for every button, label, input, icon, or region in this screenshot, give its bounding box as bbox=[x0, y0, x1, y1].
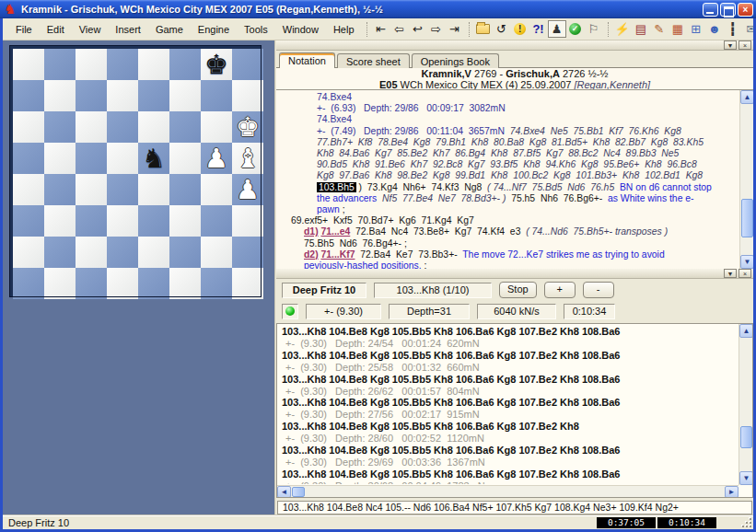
menu-window[interactable]: Window bbox=[275, 22, 326, 37]
plug-icon[interactable]: ⚡ bbox=[613, 20, 632, 38]
white-pawn-g5[interactable]: ♟ bbox=[201, 143, 232, 174]
board-square[interactable] bbox=[201, 111, 232, 143]
board-square[interactable] bbox=[201, 80, 232, 111]
black-king-g8[interactable]: ♚ bbox=[201, 49, 232, 80]
white-bishop-h5[interactable]: ♝ bbox=[232, 143, 263, 174]
goto-start-icon[interactable]: ⇤ bbox=[372, 20, 390, 38]
scroll-thumb[interactable] bbox=[292, 487, 305, 497]
notation-line[interactable]: 74.Bxe4 bbox=[276, 114, 739, 125]
takeback-icon[interactable]: ↩ bbox=[409, 20, 427, 38]
menu-file[interactable]: File bbox=[8, 22, 40, 37]
board-square[interactable] bbox=[44, 268, 76, 299]
board-square[interactable] bbox=[13, 268, 44, 299]
stop-button[interactable]: Stop bbox=[499, 282, 537, 298]
decrease-lines-button[interactable]: - bbox=[583, 282, 614, 298]
notation-line[interactable]: the advancers Nf5 77.Be4 Ne7 78.Bd3+- ) … bbox=[276, 193, 739, 204]
chat-icon[interactable]: ✉ bbox=[742, 20, 753, 38]
database-board-icon[interactable]: ▦ bbox=[669, 20, 687, 38]
board-square[interactable] bbox=[107, 237, 138, 268]
board-square[interactable] bbox=[13, 174, 44, 205]
board-square[interactable] bbox=[44, 111, 76, 143]
notation-line[interactable]: d2) 71...Kf7 72.Ba4 Ke7 73.Bb3+- The mov… bbox=[276, 249, 739, 260]
notation-line[interactable]: 77.Bh7+ Kf8 78.Be4 Kg8 79.Bh1 Kh8 80.Ba8… bbox=[276, 137, 739, 148]
goto-end-icon[interactable]: ⇥ bbox=[446, 20, 464, 38]
board-square[interactable] bbox=[138, 268, 169, 299]
board-square[interactable] bbox=[13, 205, 44, 237]
engine-line-moves[interactable]: 103...Kh8 104.Be8 Kg8 105.Bb5 Kh8 106.Ba… bbox=[282, 350, 737, 362]
engine-line-moves[interactable]: 103...Kh8 104.Be8 Kg8 105.Bb5 Kh8 106.Ba… bbox=[282, 397, 737, 409]
tab-openings-book[interactable]: Openings Book bbox=[412, 53, 499, 69]
menu-view[interactable]: View bbox=[72, 22, 109, 37]
notation-line[interactable]: Kh8 84.Ba6 Kg7 85.Be2 Kh7 86.Bg4 Kh8 87.… bbox=[276, 148, 739, 159]
board-square[interactable] bbox=[138, 205, 169, 237]
menu-engine[interactable]: Engine bbox=[191, 22, 237, 37]
engine-line-moves[interactable]: 103...Kh8 104.Be8 Kg8 105.Bb5 Kh8 106.Ba… bbox=[282, 445, 737, 457]
board-square[interactable] bbox=[13, 143, 44, 174]
scroll-up-icon[interactable]: ▲ bbox=[740, 90, 753, 104]
ok-icon[interactable]: ✓ bbox=[566, 20, 585, 38]
board-square[interactable] bbox=[201, 268, 232, 299]
notation-line[interactable]: 74.Bxe4 bbox=[276, 92, 739, 103]
board-square[interactable] bbox=[169, 143, 201, 174]
board-square[interactable] bbox=[232, 237, 263, 268]
alert-icon[interactable]: ! bbox=[511, 20, 529, 38]
app-knight-icon[interactable]: ♞ bbox=[3, 2, 17, 17]
board-square[interactable] bbox=[76, 111, 107, 143]
board-square[interactable] bbox=[169, 237, 201, 268]
minimize-button[interactable] bbox=[703, 3, 718, 17]
menu-help[interactable]: Help bbox=[326, 22, 362, 37]
notation-line[interactable]: +- (7.49) Depth: 29/86 00:11:04 3657mN 7… bbox=[276, 126, 739, 137]
engine-line-moves[interactable]: 103...Kh8 104.Be8 Kg8 105.Bb5 Kh8 106.Ba… bbox=[282, 421, 737, 433]
resize-grip[interactable] bbox=[740, 516, 751, 527]
maximize-button[interactable] bbox=[720, 3, 736, 17]
notation-close-button[interactable]: × bbox=[739, 40, 751, 50]
notation-line[interactable]: 69.exf5+ Kxf5 70.Bd7+ Kg6 71.Kg4 Kg7 bbox=[276, 215, 739, 226]
board-square[interactable] bbox=[76, 49, 107, 80]
board-square[interactable] bbox=[13, 237, 44, 268]
board-square[interactable] bbox=[232, 268, 263, 299]
notation-scrollbar[interactable]: ▲ ▼ bbox=[739, 90, 753, 269]
board-square[interactable] bbox=[232, 205, 263, 237]
board-square[interactable] bbox=[169, 80, 201, 111]
board-square[interactable] bbox=[201, 237, 232, 268]
menu-game[interactable]: Game bbox=[148, 22, 191, 37]
board-square[interactable] bbox=[232, 49, 263, 80]
notation-line[interactable]: d1) 71...e4 72.Ba4 Nc4 73.Be8+ Kg7 74.Kf… bbox=[276, 226, 739, 237]
step-forward-icon[interactable]: ⇨ bbox=[427, 20, 446, 38]
scroll-down-icon[interactable]: ▼ bbox=[740, 255, 753, 269]
board-square[interactable] bbox=[76, 237, 107, 268]
flag-icon[interactable]: ⚐ bbox=[585, 20, 603, 38]
scroll-up-icon[interactable]: ▲ bbox=[739, 324, 753, 338]
board-square[interactable] bbox=[44, 237, 76, 268]
board-square[interactable] bbox=[138, 49, 169, 80]
annotate-pen-icon[interactable]: ✎ bbox=[650, 20, 669, 38]
board-square[interactable] bbox=[76, 268, 107, 299]
board-square[interactable] bbox=[107, 174, 138, 205]
settings-sliders-icon[interactable]: ┇ bbox=[724, 20, 742, 38]
board-square[interactable] bbox=[232, 80, 263, 111]
replay-icon[interactable]: ↺ bbox=[493, 20, 511, 38]
board-square[interactable] bbox=[169, 174, 201, 205]
board-square[interactable] bbox=[169, 111, 201, 143]
player-icon[interactable]: ☻ bbox=[705, 20, 724, 38]
close-button[interactable]: × bbox=[738, 3, 753, 17]
board-square[interactable] bbox=[13, 111, 44, 143]
board-square[interactable] bbox=[13, 49, 44, 80]
step-back-icon[interactable]: ⇦ bbox=[390, 20, 409, 38]
board-square[interactable] bbox=[107, 49, 138, 80]
board-square[interactable] bbox=[76, 80, 107, 111]
engine-hscrollbar[interactable]: ◄ ► bbox=[277, 485, 739, 497]
notation-line[interactable]: 75.Bh5 Nd6 76.Bg4+- ; bbox=[276, 238, 739, 249]
notation-collapse-button[interactable]: ▼ bbox=[724, 40, 737, 50]
engine-best-line[interactable]: 103...Kh8 104.Be8 Nc4 105.-- Nd6 106.Ba4… bbox=[277, 501, 752, 515]
board-square[interactable] bbox=[76, 174, 107, 205]
engine-line-moves[interactable]: 103...Kh8 104.Be8 Kg8 105.Bb5 Kh8 106.Ba… bbox=[282, 326, 737, 338]
engine-close-button[interactable]: × bbox=[739, 269, 751, 278]
board-square[interactable] bbox=[44, 174, 76, 205]
board-square[interactable] bbox=[138, 80, 169, 111]
board-square[interactable] bbox=[201, 205, 232, 237]
board-square[interactable] bbox=[107, 143, 138, 174]
scroll-right-icon[interactable]: ► bbox=[725, 486, 739, 498]
new-window-icon[interactable]: ⊞ bbox=[687, 20, 705, 38]
board-square[interactable] bbox=[138, 174, 169, 205]
